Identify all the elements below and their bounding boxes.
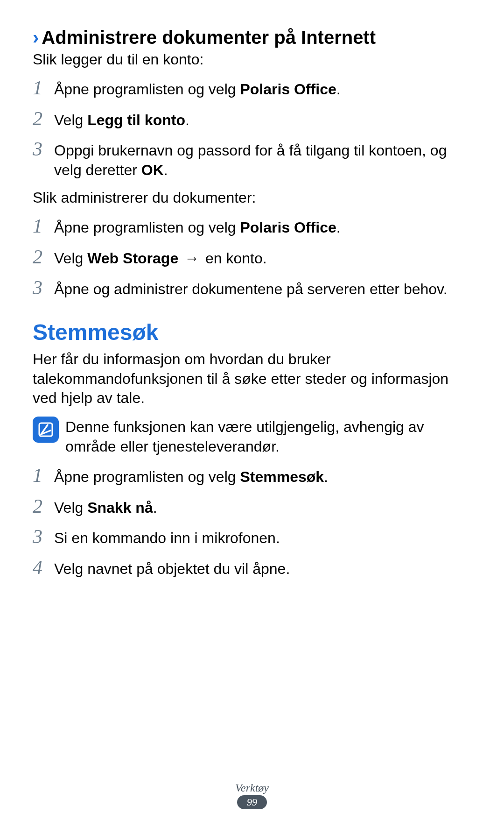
list-item: 3 Åpne og administrer dokumentene på ser… — [33, 277, 471, 299]
note-block: Denne funksjonen kan være utilgjengelig,… — [33, 417, 471, 456]
step-number: 3 — [33, 138, 54, 159]
step-number: 3 — [33, 277, 54, 297]
step-number: 2 — [33, 246, 54, 267]
step-text: Åpne programlisten og velg Stemmesøk. — [54, 465, 328, 487]
step-number: 3 — [33, 526, 54, 546]
step-number: 2 — [33, 108, 54, 128]
step-text: Velg Snakk nå. — [54, 495, 157, 518]
subheading-text: Administrere dokumenter på Internett — [42, 27, 376, 48]
page-number-badge: 99 — [237, 795, 267, 809]
list-item: 1 Åpne programlisten og velg Polaris Off… — [33, 77, 471, 99]
list-item: 3 Si en kommando inn i mikrofonen. — [33, 526, 471, 548]
step-number: 1 — [33, 77, 54, 98]
manual-page: › Administrere dokumenter på Internett S… — [0, 0, 504, 827]
note-text: Denne funksjonen kan være utilgjengelig,… — [65, 417, 471, 456]
section-title-voice-search: Stemmesøk — [33, 319, 471, 345]
step-text: Velg navnet på objektet du vil åpne. — [54, 557, 290, 579]
step-text: Åpne programlisten og velg Polaris Offic… — [54, 215, 341, 238]
arrow-right-icon: → — [178, 250, 205, 267]
step-number: 1 — [33, 465, 54, 485]
list-item: 1 Åpne programlisten og velg Stemmesøk. — [33, 465, 471, 487]
chevron-right-icon: › — [33, 27, 39, 48]
intro-manage-docs: Slik administrerer du dokumenter: — [33, 188, 471, 207]
voice-search-description: Her får du informasjon om hvordan du bru… — [33, 350, 471, 408]
intro-add-account: Slik legger du til en konto: — [33, 50, 471, 69]
list-item: 2 Velg Snakk nå. — [33, 495, 471, 518]
step-number: 4 — [33, 557, 54, 577]
list-item: 2 Velg Legg til konto. — [33, 108, 471, 130]
step-text: Åpne programlisten og velg Polaris Offic… — [54, 77, 341, 99]
step-number: 2 — [33, 495, 54, 516]
step-text: Velg Legg til konto. — [54, 108, 189, 130]
list-item: 3 Oppgi brukernavn og passord for å få t… — [33, 138, 471, 180]
step-text: Si en kommando inn i mikrofonen. — [54, 526, 280, 548]
step-text: Åpne og administrer dokumentene på serve… — [54, 277, 448, 299]
list-item: 2 Velg Web Storage → en konto. — [33, 246, 471, 269]
steps-voice-search: 1 Åpne programlisten og velg Stemmesøk. … — [33, 465, 471, 579]
list-item: 4 Velg navnet på objektet du vil åpne. — [33, 557, 471, 579]
page-footer: Verktøy 99 — [0, 782, 504, 809]
footer-chapter: Verktøy — [0, 782, 504, 794]
subheading-admin-docs: › Administrere dokumenter på Internett — [33, 27, 471, 48]
steps-add-account: 1 Åpne programlisten og velg Polaris Off… — [33, 77, 471, 180]
step-text: Velg Web Storage → en konto. — [54, 246, 267, 269]
list-item: 1 Åpne programlisten og velg Polaris Off… — [33, 215, 471, 238]
note-icon — [33, 417, 59, 443]
step-text: Oppgi brukernavn og passord for å få til… — [54, 138, 471, 180]
step-number: 1 — [33, 215, 54, 236]
steps-manage-docs: 1 Åpne programlisten og velg Polaris Off… — [33, 215, 471, 299]
